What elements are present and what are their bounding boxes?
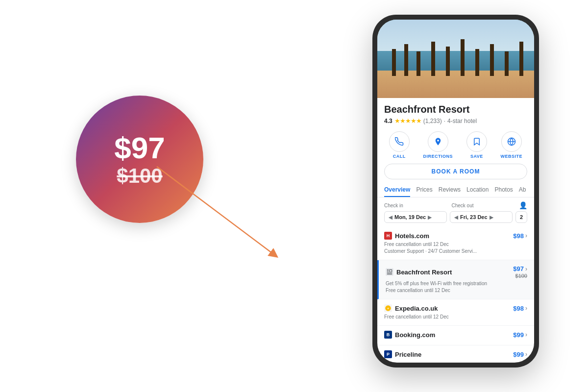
- separator: ·: [444, 118, 445, 124]
- save-label: SAVE: [470, 154, 483, 159]
- expedia-header: e Expedia.co.uk $98 ›: [384, 304, 527, 312]
- review-count: (1,233): [423, 118, 442, 124]
- action-buttons: CALL DIRECTIONS SA: [377, 127, 534, 162]
- beachfront-desc2: Free cancellation until 12 Dec: [386, 287, 527, 294]
- save-button[interactable]: SAVE: [466, 131, 487, 159]
- expedia-price-row: $98 ›: [513, 305, 527, 312]
- checkin-label: Check in: [384, 203, 452, 208]
- tab-overview[interactable]: Overview: [384, 183, 410, 197]
- expedia-chevron: ›: [525, 305, 527, 312]
- hotel-item-booking[interactable]: B Booking.com $99 ›: [377, 326, 534, 345]
- tab-about[interactable]: Ab: [519, 183, 526, 197]
- priceline-name: Priceline: [395, 351, 421, 358]
- priceline-price: $99: [513, 351, 524, 358]
- guest-selector[interactable]: 2: [515, 211, 527, 223]
- priceline-logo: P: [384, 350, 392, 358]
- hotel-name: Beachfront Resort: [384, 104, 527, 115]
- beachfront-header: Beachfront Resort $97 › $100: [386, 265, 527, 279]
- current-price: $97: [114, 131, 165, 165]
- beachfront-desc1: Get 5% off plus free Wi-Fi with free reg…: [386, 280, 527, 287]
- checkin-selector[interactable]: ◀ Mon, 19 Dec ▶: [384, 211, 447, 223]
- checkout-selector[interactable]: ◀ Fri, 23 Dec ▶: [450, 211, 513, 223]
- hotels-com-desc1: Free cancellation until 12 Dec: [384, 241, 527, 248]
- priceline-price-row: $99 ›: [513, 351, 527, 358]
- beachfront-chevron: ›: [525, 266, 527, 272]
- expedia-name: Expedia.co.uk: [395, 305, 438, 312]
- hotel-item-hotels-com[interactable]: H Hotels.com $98 › Free cancellation unt…: [377, 227, 534, 260]
- checkout-label: Check out: [452, 203, 519, 208]
- beachfront-price: $97: [513, 265, 524, 272]
- date-section: Check in Check out 👤 ◀ Mon, 19 Dec ▶ ◀ F…: [377, 197, 534, 225]
- booking-logo: B: [384, 331, 392, 339]
- hero-palms: [377, 45, 534, 76]
- hotel-info-section: Beachfront Resort 4.3 ★★★★★ (1,233) · 4-…: [377, 98, 534, 127]
- booking-name-row: B Booking.com: [384, 331, 435, 339]
- tab-prices[interactable]: Prices: [416, 183, 432, 197]
- beachfront-logo: [386, 268, 393, 276]
- priceline-chevron: ›: [525, 351, 527, 358]
- hotel-item-header: H Hotels.com $98 ›: [384, 232, 527, 240]
- call-button[interactable]: CALL: [389, 131, 410, 159]
- globe-icon: [507, 137, 516, 146]
- expedia-desc: Free cancellation until 12 Dec: [384, 314, 527, 320]
- booking-chevron: ›: [525, 331, 527, 338]
- hotel-rating-row: 4.3 ★★★★★ (1,233) · 4-star hotel: [384, 117, 527, 124]
- call-label: CALL: [393, 154, 406, 159]
- price-circle: $97 $100: [76, 96, 203, 223]
- hotel-item-beachfront[interactable]: Beachfront Resort $97 › $100 Get 5% off …: [377, 260, 534, 299]
- original-price: $100: [117, 165, 162, 187]
- save-icon-circle: [466, 131, 487, 152]
- hotel-name-row: H Hotels.com: [384, 232, 429, 240]
- directions-icon: [434, 137, 442, 146]
- booking-price-row: $99 ›: [513, 331, 527, 339]
- booking-name: Booking.com: [395, 331, 435, 339]
- tab-photos[interactable]: Photos: [494, 183, 513, 197]
- website-button[interactable]: WEBSITE: [501, 131, 523, 159]
- expedia-icon: e: [385, 305, 392, 312]
- checkout-next-arrow: ▶: [490, 215, 493, 220]
- hotel-hero-image: [377, 20, 534, 98]
- website-icon-circle: [501, 131, 522, 152]
- tab-location[interactable]: Location: [466, 183, 489, 197]
- guest-icon: 👤: [519, 201, 527, 209]
- priceline-header: P Priceline $99 ›: [384, 350, 527, 358]
- checkin-date-value: Mon, 19 Dec: [394, 214, 426, 220]
- beachfront-price-row: $97 ›: [513, 265, 527, 272]
- priceline-name-row: P Priceline: [384, 350, 421, 358]
- hotel-item-expedia[interactable]: e Expedia.co.uk $98 › Free cancellation …: [377, 299, 534, 326]
- checkin-next-arrow: ▶: [428, 215, 432, 220]
- hotels-com-logo: H: [384, 232, 392, 240]
- checkout-date-value: Fri, 23 Dec: [460, 214, 488, 220]
- checkin-prev-arrow: ◀: [389, 215, 392, 220]
- call-icon-circle: [389, 131, 410, 152]
- phone-screen: Beachfront Resort 4.3 ★★★★★ (1,233) · 4-…: [377, 20, 534, 363]
- booking-header: B Booking.com $99 ›: [384, 331, 527, 339]
- directions-icon-circle: [428, 131, 448, 152]
- scene: $97 $100: [0, 0, 588, 392]
- beachfront-price-original: $100: [515, 273, 527, 279]
- expedia-name-row: e Expedia.co.uk: [384, 304, 438, 312]
- hotels-com-name: Hotels.com: [395, 232, 429, 240]
- checkout-prev-arrow: ◀: [454, 215, 458, 220]
- booking-price: $99: [513, 331, 524, 339]
- hotels-list: H Hotels.com $98 › Free cancellation unt…: [377, 225, 534, 363]
- book-room-button[interactable]: BOOK A ROOM: [384, 164, 527, 179]
- hotel-item-priceline[interactable]: P Priceline $99 ›: [377, 345, 534, 363]
- expedia-logo: e: [384, 304, 392, 312]
- rating-number: 4.3: [384, 118, 392, 124]
- directions-button[interactable]: DIRECTIONS: [423, 131, 453, 159]
- beachfront-name-row: Beachfront Resort: [386, 268, 452, 276]
- building-icon: [386, 269, 393, 275]
- hotel-type: 4-star hotel: [447, 118, 477, 124]
- tab-reviews[interactable]: Reviews: [439, 183, 461, 197]
- phone-icon: [395, 137, 404, 146]
- hotels-com-price-row: $98 ›: [513, 232, 527, 240]
- bookmark-icon: [472, 137, 481, 146]
- hotels-com-desc2: Customer Support · 24/7 Customer Servi..…: [384, 248, 527, 255]
- directions-label: DIRECTIONS: [423, 154, 453, 159]
- star-icons: ★★★★★: [394, 117, 421, 124]
- expedia-price: $98: [513, 305, 524, 312]
- date-labels: Check in Check out 👤: [384, 201, 527, 209]
- tabs-bar: Overview Prices Reviews Location Photos …: [377, 183, 534, 197]
- website-label: WEBSITE: [501, 154, 523, 159]
